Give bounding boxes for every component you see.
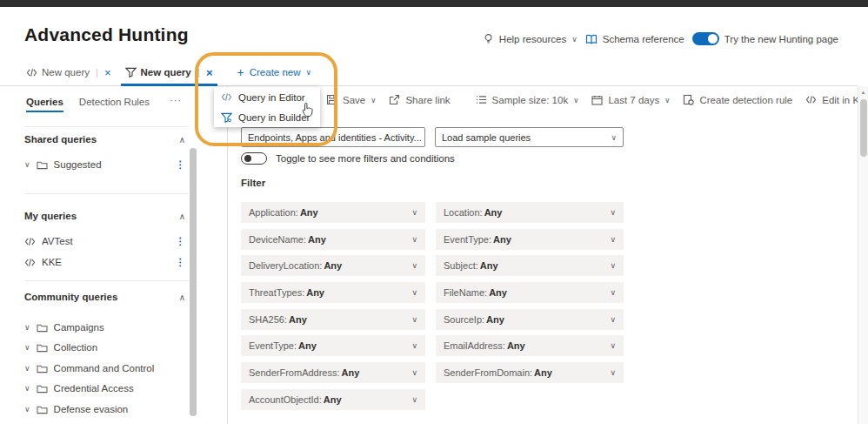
folder-icon [37, 405, 48, 414]
query-builder-funnel-icon [221, 112, 232, 123]
chevron-down-icon: ∨ [610, 235, 616, 244]
divider [24, 280, 189, 281]
filter-location[interactable]: LocationAny∨ [436, 202, 624, 223]
query-builder-panel: ‹ Save ∨ Share link Sample size: 10k [229, 86, 858, 424]
close-tab-icon[interactable]: × [104, 66, 111, 79]
filter-application[interactable]: ApplicationAny∨ [241, 202, 425, 223]
tab-new-query-2[interactable]: New query | × [118, 59, 220, 85]
chevron-down-icon: ∨ [422, 133, 425, 142]
menu-item-query-in-editor[interactable]: Query in Editor [214, 87, 320, 107]
help-resources-button[interactable]: Help resources ∨ [483, 33, 578, 44]
item-label: Credential Access [54, 383, 134, 394]
share-link-button[interactable]: Share link [389, 94, 450, 105]
item-more-icon[interactable]: ⋮ [176, 235, 186, 247]
filter-emailaddress[interactable]: EmailAddressAny∨ [436, 335, 624, 356]
filter-sha256[interactable]: SHA256Any∨ [241, 309, 425, 330]
chevron-down-icon: ∨ [610, 261, 616, 270]
chevron-down-icon: ∨ [610, 288, 616, 297]
chevron-down-icon: ∨ [605, 133, 617, 142]
sidebar-tabs: Queries Detection Rules [26, 97, 150, 112]
chevron-down-icon: ∨ [411, 261, 417, 270]
filter-senderfromdomain[interactable]: SenderFromDomainAny∨ [436, 362, 624, 383]
save-icon [326, 94, 337, 105]
kql-code-icon [805, 95, 817, 104]
item-label: Suggested [54, 159, 102, 170]
item-label: Command and Control [54, 363, 155, 374]
menu-item-query-in-builder[interactable]: Query in Builder [214, 107, 320, 127]
item-label: Defense evasion [54, 404, 129, 414]
filter-subject[interactable]: SubjectAny∨ [436, 255, 624, 276]
toggle-knob [708, 34, 718, 44]
filter-deliverylocation[interactable]: DeliveryLocationAny∨ [241, 255, 425, 276]
sidebar-scrollbar[interactable] [190, 148, 197, 416]
chevron-down-icon: ∨ [610, 315, 616, 324]
data-source-select[interactable]: Endpoints, Apps and identities - Activit… [241, 127, 425, 147]
item-label: KKE [42, 257, 62, 267]
tab-queries[interactable]: Queries [26, 97, 63, 112]
section-my-queries[interactable]: My queries ∧ [24, 211, 185, 221]
menu-item-label: Query in Builder [238, 112, 310, 123]
filter-threattypes[interactable]: ThreatTypesAny∨ [241, 282, 425, 303]
sidebar-item-command-and-control[interactable]: ∨ Command and Control [24, 363, 185, 374]
tab-new-query-1[interactable]: New query | × [19, 59, 118, 85]
plus-icon: + [237, 65, 244, 79]
sidebar-item-kke[interactable]: KKE ⋮ [24, 256, 185, 268]
schema-reference-button[interactable]: Schema reference [585, 34, 684, 44]
item-more-icon[interactable]: ⋮ [176, 256, 186, 268]
book-icon [585, 34, 598, 44]
chevron-down-icon: ∨ [24, 384, 30, 393]
filter-filename[interactable]: FileNameAny∨ [436, 282, 624, 303]
lightbulb-icon [483, 33, 494, 44]
more-filters-toggle[interactable] [241, 152, 267, 165]
sidebar-item-suggested[interactable]: ∨ Suggested ⋮ [24, 158, 185, 171]
sidebar-item-credential-access[interactable]: ∨ Credential Access [24, 383, 185, 394]
kql-query-icon [24, 237, 36, 246]
window-top-edge [0, 0, 868, 7]
chevron-up-icon: ∧ [179, 212, 185, 221]
sidebar-more-icon[interactable]: ··· [170, 95, 182, 105]
folder-icon [37, 343, 48, 353]
time-range-label: Last 7 days [608, 95, 659, 105]
filter-eventtype-left[interactable]: EventTypeAny∨ [241, 335, 425, 356]
time-range-button[interactable]: Last 7 days ∨ [591, 95, 670, 105]
close-tab-icon[interactable]: × [206, 66, 213, 79]
sidebar-item-avtest[interactable]: AVTest ⋮ [24, 235, 185, 247]
funnel-icon [125, 67, 137, 77]
try-new-hunting-toggle[interactable] [692, 32, 719, 45]
chevron-up-icon: ∧ [179, 293, 185, 302]
item-label: AVTest [42, 236, 73, 246]
chevron-down-icon: ∨ [573, 96, 578, 104]
create-detection-rule-label: Create detection rule [699, 95, 792, 105]
folder-icon [37, 364, 48, 374]
scrollbar-thumb[interactable] [860, 99, 867, 157]
chevron-down-icon: ∨ [610, 368, 616, 377]
try-new-hunting-toggle-group: Try the new Hunting page [692, 32, 838, 45]
section-shared-queries[interactable]: Shared queries ∧ [24, 134, 185, 145]
filter-devicename[interactable]: DeviceNameAny∨ [241, 229, 425, 250]
sidebar-item-collection[interactable]: ∨ Collection [24, 342, 185, 353]
load-sample-queries-select[interactable]: Load sample queries ∨ [435, 127, 624, 147]
load-sample-queries-value: Load sample queries [442, 132, 531, 143]
tab-detection-rules[interactable]: Detection Rules [79, 97, 150, 112]
create-new-button[interactable]: + Create new ∨ [237, 65, 312, 79]
folder-icon [37, 323, 48, 333]
section-community-queries[interactable]: Community queries ∧ [24, 292, 185, 302]
filter-eventtype-right[interactable]: EventTypeAny∨ [436, 229, 624, 250]
sample-size-button[interactable]: Sample size: 10k ∨ [476, 95, 579, 105]
sidebar-item-defense-evasion[interactable]: ∨ Defense evasion [24, 404, 185, 414]
help-resources-label: Help resources [499, 34, 566, 44]
sidebar-item-campaigns[interactable]: ∨ Campaigns [24, 322, 185, 333]
filter-senderfromaddress[interactable]: SenderFromAddressAny∨ [241, 362, 425, 383]
sample-size-label: Sample size: 10k [492, 95, 569, 105]
scroll-up-arrow-icon[interactable]: ▲ [858, 86, 868, 95]
create-detection-rule-button[interactable]: Create detection rule [683, 94, 792, 105]
item-more-icon[interactable]: ⋮ [176, 158, 186, 171]
filter-sourceip[interactable]: SourceIpAny∨ [436, 309, 624, 330]
save-button[interactable]: Save ∨ [326, 94, 376, 105]
section-title: Community queries [24, 292, 117, 302]
main-scrollbar[interactable]: ▲ [858, 86, 868, 424]
filter-accountobjectid[interactable]: AccountObjectIdAny∨ [241, 389, 425, 410]
toggle-knob [244, 155, 251, 162]
query-editor-icon [221, 92, 232, 102]
header-actions: Help resources ∨ Schema reference Try th… [483, 32, 838, 45]
